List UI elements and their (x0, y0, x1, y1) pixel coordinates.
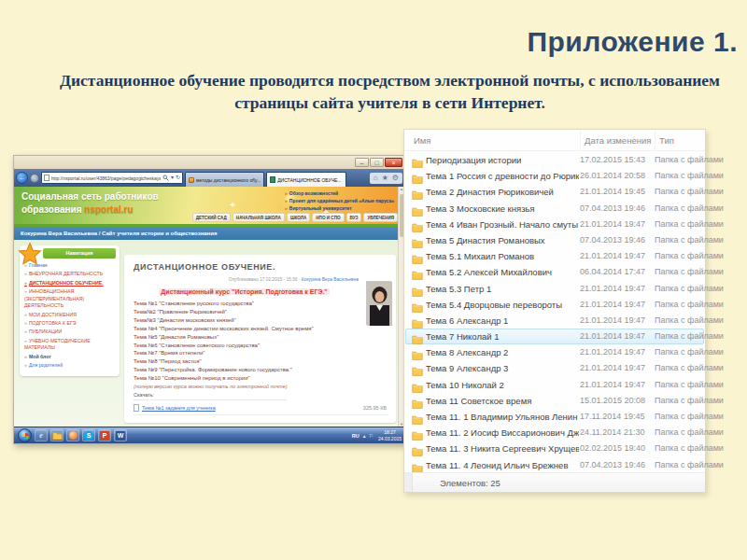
site-nav-tab[interactable]: НАЧАЛЬНАЯ ШКОЛА (233, 213, 285, 222)
file-icon (134, 404, 139, 412)
file-row[interactable]: Тема 5.2 Алексей Михайлович 06.04.2014 1… (405, 264, 704, 280)
folder-icon (412, 155, 423, 165)
attachment-link[interactable]: Тема №1 задания для ученика (142, 405, 216, 411)
sidebar-item[interactable]: »ПУБЛИКАЦИИ (24, 329, 117, 336)
file-row[interactable]: Тема 9 Александр 3 21.01.2014 19:47 Папк… (405, 360, 704, 376)
banner-link[interactable]: »Проект для одарённых детей «Алые паруса… (285, 197, 394, 204)
word-icon[interactable]: W (114, 429, 127, 441)
skype-icon[interactable]: S (82, 429, 95, 441)
sidebar-item[interactable]: »ДИСТАНЦИОННОЕ ОБУЧЕНИЕ. (24, 280, 117, 287)
sidebar-menu: »Главная»ВНЕУРОЧНАЯ ДЕЯТЕЛЬНОСТЬ»ДИСТАНЦ… (24, 262, 117, 371)
media-player-icon[interactable] (66, 429, 79, 441)
file-row[interactable]: Тема 6 Александр 1 21.01.2014 19:47 Папк… (405, 313, 704, 329)
folder-icon (412, 300, 423, 310)
sidebar-item[interactable]: »УЧЕБНО-МЕТОДИЧЕСКИЕ МАТЕРИАЛЫ (24, 338, 117, 353)
site-nav-tab[interactable]: ВУЗ (346, 213, 362, 222)
article: ДИСТАНЦИОННОЕ ОБУЧЕНИЕ. Опубликовано 17.… (124, 255, 396, 423)
theme-line: Тема №6 "Становление советского государс… (134, 342, 388, 350)
page-title: Приложение 1. (527, 26, 738, 58)
search-icon[interactable] (162, 175, 169, 181)
browser-navigation-bar: ← → http://nsportal.ru/user/43863/page/p… (14, 169, 404, 187)
file-row[interactable]: Тема 4 Иван Грозный. Начало смуты 21.01.… (405, 217, 704, 232)
file-row[interactable]: Тема 3 Московские князья 07.04.2013 19:4… (405, 201, 704, 217)
tab-distancionnoe-obuchenie[interactable]: ДИСТАНЦИОННОЕ ОБУЧЕ... × (266, 172, 346, 187)
address-bar[interactable]: http://nsportal.ru/user/43863/page/pedag… (41, 172, 183, 184)
home-icon[interactable]: ⌂ (374, 174, 378, 183)
file-row[interactable]: Тема 8 Александр 2 21.01.2014 19:47 Папк… (405, 344, 704, 360)
file-row[interactable]: Тема 11. 2 Иосиф Виссарионович Джуг... 2… (405, 425, 704, 441)
settings-gear-icon[interactable]: ⚙ (392, 174, 399, 183)
file-row[interactable]: Тема 2 Династия Рюриковичей 21.01.2014 1… (405, 184, 704, 200)
sidebar-item[interactable]: »ИННОВАЦИОННАЯ (ЭКСПЕРИМЕНТАЛЬНАЯ) ДЕЯТЕ… (24, 288, 117, 310)
status-bar-strip (404, 473, 413, 492)
sidebar-item[interactable]: »МОИ ДОСТИЖЕНИЯ (24, 312, 117, 319)
folder-icon (412, 251, 423, 261)
site-brand: nsportal.ru (84, 204, 133, 215)
close-button[interactable]: × (385, 158, 402, 167)
file-row[interactable]: Тема 5 Династия Романовых 07.04.2013 19:… (405, 232, 704, 248)
favorites-star-icon[interactable]: ★ (382, 174, 388, 183)
site-nav-tab[interactable]: УВЛЕЧЕНИЯ (363, 213, 398, 222)
file-row[interactable]: Тема 11. 3 Никита Сергеевич Хрущев 02.02… (405, 441, 704, 456)
language-indicator[interactable]: RU (352, 433, 359, 439)
warning-icon (189, 177, 194, 183)
tab-close-icon[interactable]: × (345, 177, 347, 183)
site-nav-tab[interactable]: ДЕТСКИЙ САД (192, 213, 231, 222)
file-row[interactable]: Тема 7 Николай 1 21.01.2014 19:47 Папка … (405, 329, 704, 344)
powerpoint-icon[interactable]: P (98, 429, 111, 441)
file-row[interactable]: Тема 1 Россия с древности до Рюрико... 2… (405, 168, 704, 184)
sidebar-header: Навигация (43, 248, 116, 259)
back-icon[interactable]: ← (16, 172, 28, 184)
tray-icons[interactable]: ▴ ⚐ (363, 433, 374, 439)
column-header-type[interactable]: Тип (655, 130, 674, 151)
user-breadcrumb-bar: Кокурина Вера Васильевна / Сайт учителя … (14, 227, 400, 240)
attachment-row: Тема №1 задания для ученика 325.95 КБ (134, 404, 388, 415)
file-row[interactable]: Тема 5.3 Петр 1 21.01.2014 19:47 Папка с… (405, 281, 704, 297)
folder-icon (412, 443, 423, 454)
file-row[interactable]: Периодизация истории 17.02.2015 15:43 Па… (405, 152, 704, 168)
maximize-button[interactable]: □ (370, 158, 384, 167)
sidebar: Навигация »Главная»ВНЕУРОЧНАЯ ДЕЯТЕЛЬНОС… (20, 245, 120, 376)
file-row[interactable]: Тема 11. 4 Леонид Ильич Брежнев 07.04.20… (405, 457, 704, 473)
column-header-name[interactable]: Имя (414, 130, 431, 151)
file-row[interactable]: Тема 11 Советское время 15.01.2015 20:08… (405, 393, 704, 409)
banner-link[interactable]: »Виртуальный университет (285, 204, 394, 212)
column-header-date[interactable]: Дата изменения (580, 130, 651, 151)
system-tray: RU ▴ ⚐ 18:27 24.03.2015 (352, 429, 404, 441)
windows-taskbar: e S P W RU ▴ ⚐ 18:27 24.03.2015 (14, 427, 404, 443)
site-nav-tabs: ДЕТСКИЙ САДНАЧАЛЬНАЯ ШКОЛАШКОЛАНПО И СПО… (192, 213, 398, 222)
url-text[interactable]: http://nsportal.ru/user/43863/page/pedag… (51, 175, 161, 181)
file-row[interactable]: Тема 5.4 Дворцовые перевороты 21.01.2014… (405, 297, 704, 313)
file-row[interactable]: Тема 11. 1 Владимир Ульянов Ленин 17.11.… (405, 409, 704, 425)
taskbar-clock[interactable]: 18:27 24.03.2015 (378, 429, 402, 441)
start-button-icon[interactable] (18, 428, 32, 442)
banner-link[interactable]: »Обзор возможностей (285, 189, 394, 197)
minimize-button[interactable]: – (355, 158, 369, 167)
published-line: Опубликовано 17.02.2015 - 15:36 - Кокури… (134, 277, 359, 282)
site-nav-tab[interactable]: НПО И СПО (312, 213, 344, 222)
site-nav-tab[interactable]: ШКОЛА (287, 213, 310, 222)
internet-explorer-icon[interactable]: e (35, 429, 48, 441)
folder-icon (412, 396, 423, 406)
theme-line: Тема №5 "Династия Романовых" (134, 333, 388, 342)
sidebar-item[interactable]: »ВНЕУРОЧНАЯ ДЕЯТЕЛЬНОСТЬ (24, 271, 117, 278)
file-row[interactable]: Тема 10 Николай 2 21.01.2014 19:47 Папка… (405, 377, 704, 393)
forward-icon[interactable]: → (30, 174, 39, 183)
refresh-icon[interactable]: ↻ (176, 173, 180, 183)
banner-links: »Обзор возможностей»Проект для одарённых… (285, 189, 394, 212)
file-row[interactable]: Тема 5.1 Михаил Романов 21.01.2014 19:47… (405, 248, 704, 264)
dropdown-icon[interactable]: ▾ (171, 173, 174, 183)
author-link[interactable]: Кокурина Вера Васильевна (302, 277, 359, 282)
sidebar-item[interactable]: »Мой блог (24, 354, 117, 361)
sidebar-item[interactable]: »Для родителей (24, 362, 117, 370)
explorer-status-bar: Элементов: 25 (404, 472, 705, 492)
folder-icon (412, 219, 423, 230)
theme-list: Тема №1 "Становление русского государств… (134, 300, 388, 383)
browser-viewport: ✦ ✦ Социальная сеть работников образован… (14, 187, 400, 427)
folder-icon (412, 412, 423, 422)
explorer-file-list: Периодизация истории 17.02.2015 15:43 Па… (405, 152, 704, 473)
sidebar-item[interactable]: »Главная (24, 262, 117, 270)
sidebar-item[interactable]: »ПОДГОТОВКА К ЕГЭ (24, 320, 117, 328)
explorer-folder-icon[interactable] (50, 429, 63, 441)
tab-metody-distancionnogo[interactable]: методы дистанционного обу... (185, 172, 264, 187)
